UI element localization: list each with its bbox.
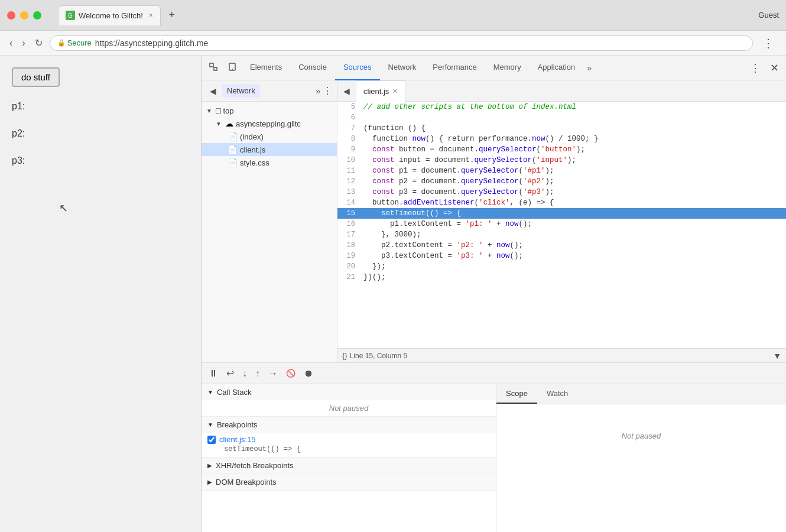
code-line-8[interactable]: 8 function now() { return performance.no… — [337, 134, 786, 144]
xhr-breakpoints-header[interactable]: ▶ XHR/fetch Breakpoints — [202, 458, 496, 474]
breakpoints-section: ▼ Breakpoints client.js:15 setTimeout(()… — [202, 417, 496, 458]
new-tab-button[interactable]: + — [163, 7, 181, 24]
device-toolbar-button[interactable] — [223, 60, 242, 76]
svg-rect-1 — [214, 67, 217, 70]
pretty-print-button[interactable]: {} — [342, 351, 347, 360]
more-tabs-button[interactable]: » — [583, 63, 595, 73]
pause-on-exceptions-button[interactable]: ⏺ — [301, 366, 316, 381]
code-line-6[interactable]: 6 — [337, 112, 786, 123]
maximize-traffic-light[interactable] — [33, 11, 41, 20]
editor-tab-clientjs[interactable]: client.js ✕ — [356, 80, 405, 102]
forward-button[interactable]: › — [20, 35, 27, 51]
code-line-13[interactable]: 13 const p3 = document.querySelector('#p… — [337, 187, 786, 197]
xhr-label: XHR/fetch Breakpoints — [216, 461, 294, 470]
user-label: Guest — [758, 11, 779, 20]
code-line-16[interactable]: 16 p1.textContent = 'p1: ' + now(); — [337, 219, 786, 229]
file-tree-more-button[interactable]: » — [316, 86, 320, 96]
code-line-9[interactable]: 9 const button = document.querySelector(… — [337, 144, 786, 155]
p3-label: p3: — [12, 155, 189, 166]
devtools-close-button[interactable]: ✕ — [765, 59, 784, 77]
status-dropdown-button[interactable]: ▼ — [773, 351, 781, 361]
tree-item-origin[interactable]: ▼ ☁ asyncstepping.glitc — [202, 117, 337, 130]
code-line-12[interactable]: 12 const p2 = document.querySelector('#p… — [337, 176, 786, 187]
code-line-20[interactable]: 20 }); — [337, 261, 786, 272]
tree-label-index: (index) — [240, 132, 264, 141]
line-content: const button = document.querySelector('b… — [361, 144, 786, 155]
scope-tab[interactable]: Scope — [496, 384, 537, 404]
code-line-19[interactable]: 19 p3.textContent = 'p3: ' + now(); — [337, 251, 786, 261]
line-number: 18 — [337, 240, 361, 251]
line-number: 13 — [337, 187, 361, 197]
code-line-5[interactable]: 5// add other scripts at the bottom of i… — [337, 102, 786, 112]
page-labels: p1: p2: p3: — [12, 101, 189, 166]
code-line-18[interactable]: 18 p2.textContent = 'p2: ' + now(); — [337, 240, 786, 251]
address-bar[interactable]: 🔒 Secure https://asyncstepping.glitch.me — [50, 35, 753, 51]
tree-item-index[interactable]: 📄 (index) — [202, 130, 337, 143]
element-picker-button[interactable] — [204, 60, 223, 76]
minimize-traffic-light[interactable] — [20, 11, 28, 20]
do-stuff-button[interactable]: do stuff — [12, 67, 60, 87]
line-content: function now() { return performance.now(… — [361, 134, 786, 144]
close-traffic-light[interactable] — [7, 11, 15, 20]
scope-watch-tabs: Scope Watch — [496, 384, 786, 404]
file-icon-index: 📄 — [228, 132, 238, 141]
code-line-21[interactable]: 21})(); — [337, 272, 786, 283]
code-line-11[interactable]: 11 const p1 = document.querySelector('#p… — [337, 166, 786, 176]
editor-tab-bar: ◀ client.js ✕ — [337, 80, 786, 102]
file-tree-back-button[interactable]: ◀ — [206, 85, 220, 97]
code-line-15[interactable]: 15 setTimeout(() => { — [337, 208, 786, 219]
cloud-icon-origin: ☁ — [225, 119, 233, 128]
watch-tab[interactable]: Watch — [537, 384, 577, 404]
back-button[interactable]: ‹ — [7, 35, 15, 51]
line-content: p3.textContent = 'p3: ' + now(); — [361, 251, 786, 261]
line-number: 10 — [337, 155, 361, 166]
tab-memory[interactable]: Memory — [485, 56, 530, 80]
tree-item-clientjs[interactable]: 📄 client.js — [202, 143, 337, 156]
nav-menu-button[interactable]: ⋮ — [758, 34, 779, 53]
tab-network[interactable]: Network — [380, 56, 425, 80]
tab-elements[interactable]: Elements — [242, 56, 290, 80]
step-into-button[interactable]: ↓ — [240, 366, 249, 381]
network-label[interactable]: Network — [222, 84, 260, 98]
line-number: 5 — [337, 102, 361, 112]
dom-breakpoints-header[interactable]: ▶ DOM Breakpoints — [202, 474, 496, 491]
tab-close-button[interactable]: × — [149, 11, 153, 20]
code-line-17[interactable]: 17 }, 3000); — [337, 229, 786, 240]
file-tree-menu-button[interactable]: ⋮ — [323, 85, 332, 96]
step-over-button[interactable]: ↩ — [224, 365, 236, 381]
tree-arrow-top: ▼ — [206, 108, 213, 114]
code-line-14[interactable]: 14 button.addEventListener('click', (e) … — [337, 197, 786, 208]
call-stack-header[interactable]: ▼ Call Stack — [202, 384, 496, 400]
breakpoint-file: client.js:15 — [219, 435, 255, 444]
breakpoints-arrow: ▼ — [207, 421, 213, 428]
tab-sources[interactable]: Sources — [335, 56, 380, 80]
breakpoint-label: client.js:15 — [207, 435, 490, 444]
line-number: 21 — [337, 272, 361, 283]
tree-label-clientjs: client.js — [240, 145, 265, 154]
line-number: 14 — [337, 197, 361, 208]
breakpoints-header[interactable]: ▼ Breakpoints — [202, 417, 496, 433]
debugger-toolbar: ⏸ ↩ ↓ ↑ → 🚫 ⏺ — [202, 363, 786, 384]
browser-tab[interactable]: G Welcome to Glitch! × — [58, 5, 161, 25]
line-content: const p2 = document.querySelector('#p2')… — [361, 176, 786, 187]
editor-nav-back-button[interactable]: ◀ — [340, 84, 353, 98]
tree-item-top[interactable]: ▼ □ top — [202, 104, 337, 117]
deactivate-breakpoints-button[interactable]: 🚫 — [284, 366, 298, 380]
code-line-7[interactable]: 7(function () { — [337, 123, 786, 134]
tab-console[interactable]: Console — [290, 56, 335, 80]
pause-resume-button[interactable]: ⏸ — [206, 366, 220, 381]
breakpoint-checkbox[interactable] — [207, 436, 216, 444]
devtools-body: ◀ Network » ⋮ ▼ □ top ▼ ☁ — [202, 80, 786, 362]
code-line-10[interactable]: 10 const input = document.querySelector(… — [337, 155, 786, 166]
traffic-lights — [7, 11, 41, 20]
tab-application[interactable]: Application — [530, 56, 584, 80]
step-out-button[interactable]: ↑ — [253, 366, 262, 381]
editor-tab-close-button[interactable]: ✕ — [392, 87, 398, 95]
tab-performance[interactable]: Performance — [424, 56, 485, 80]
tree-item-stylecss[interactable]: 📄 style.css — [202, 156, 337, 169]
step-button[interactable]: → — [266, 366, 280, 381]
reload-button[interactable]: ↻ — [33, 35, 45, 51]
devtools-tab-bar: Elements Console Sources Network Perform… — [202, 56, 786, 80]
dom-arrow: ▶ — [207, 479, 212, 485]
devtools-menu-button[interactable]: ⋮ — [745, 59, 765, 77]
